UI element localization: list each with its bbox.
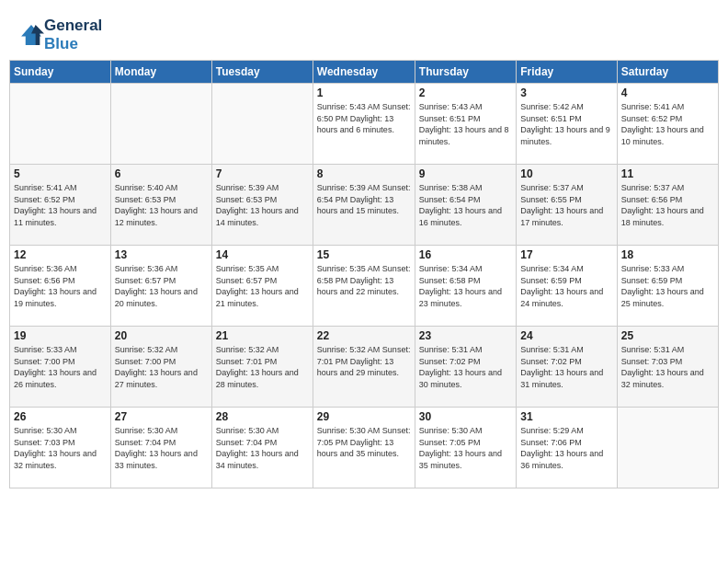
day-number: 11 xyxy=(621,167,714,180)
day-info: Sunrise: 5:30 AM Sunset: 7:03 PM Dayligh… xyxy=(14,425,107,471)
calendar-cell: 9Sunrise: 5:38 AM Sunset: 6:54 PM Daylig… xyxy=(415,165,516,246)
day-info: Sunrise: 5:29 AM Sunset: 7:06 PM Dayligh… xyxy=(520,425,612,471)
day-info: Sunrise: 5:39 AM Sunset: 6:53 PM Dayligh… xyxy=(216,182,309,228)
day-info: Sunrise: 5:36 AM Sunset: 6:56 PM Dayligh… xyxy=(14,263,107,309)
calendar-week-row: 5Sunrise: 5:41 AM Sunset: 6:52 PM Daylig… xyxy=(10,165,719,246)
day-number: 15 xyxy=(317,248,411,261)
calendar-cell: 28Sunrise: 5:30 AM Sunset: 7:04 PM Dayli… xyxy=(211,408,313,488)
day-info: Sunrise: 5:41 AM Sunset: 6:52 PM Dayligh… xyxy=(14,182,107,228)
day-number: 9 xyxy=(419,167,512,180)
day-number: 12 xyxy=(14,248,107,261)
calendar-table: SundayMondayTuesdayWednesdayThursdayFrid… xyxy=(9,60,719,488)
calendar-cell: 20Sunrise: 5:32 AM Sunset: 7:00 PM Dayli… xyxy=(110,327,211,408)
day-number: 3 xyxy=(520,86,612,99)
day-info: Sunrise: 5:30 AM Sunset: 7:04 PM Dayligh… xyxy=(216,425,309,471)
weekday-header: Monday xyxy=(110,61,211,84)
day-number: 10 xyxy=(520,167,612,180)
calendar-cell: 26Sunrise: 5:30 AM Sunset: 7:03 PM Dayli… xyxy=(10,408,111,488)
calendar-cell: 1Sunrise: 5:43 AM Sunset: 6:50 PM Daylig… xyxy=(313,84,415,165)
day-number: 4 xyxy=(621,86,714,99)
day-info: Sunrise: 5:33 AM Sunset: 6:59 PM Dayligh… xyxy=(621,263,714,309)
day-number: 19 xyxy=(14,329,107,342)
day-info: Sunrise: 5:35 AM Sunset: 6:57 PM Dayligh… xyxy=(216,263,309,309)
calendar-cell: 6Sunrise: 5:40 AM Sunset: 6:53 PM Daylig… xyxy=(110,165,211,246)
day-number: 18 xyxy=(621,248,714,261)
day-info: Sunrise: 5:41 AM Sunset: 6:52 PM Dayligh… xyxy=(621,101,714,147)
day-info: Sunrise: 5:43 AM Sunset: 6:50 PM Dayligh… xyxy=(317,101,411,136)
day-number: 21 xyxy=(216,329,309,342)
day-number: 17 xyxy=(520,248,612,261)
calendar-cell: 27Sunrise: 5:30 AM Sunset: 7:04 PM Dayli… xyxy=(110,408,211,488)
day-number: 28 xyxy=(216,410,309,423)
calendar-cell: 2Sunrise: 5:43 AM Sunset: 6:51 PM Daylig… xyxy=(415,84,516,165)
calendar-cell: 17Sunrise: 5:34 AM Sunset: 6:59 PM Dayli… xyxy=(517,246,617,327)
day-info: Sunrise: 5:42 AM Sunset: 6:51 PM Dayligh… xyxy=(520,101,612,147)
calendar-cell: 4Sunrise: 5:41 AM Sunset: 6:52 PM Daylig… xyxy=(617,84,718,165)
page-header: General Blue xyxy=(9,9,719,56)
day-info: Sunrise: 5:38 AM Sunset: 6:54 PM Dayligh… xyxy=(419,182,512,228)
day-number: 16 xyxy=(419,248,512,261)
calendar-cell: 18Sunrise: 5:33 AM Sunset: 6:59 PM Dayli… xyxy=(617,246,718,327)
day-info: Sunrise: 5:32 AM Sunset: 7:01 PM Dayligh… xyxy=(317,344,411,379)
day-number: 6 xyxy=(115,167,208,180)
calendar-cell: 23Sunrise: 5:31 AM Sunset: 7:02 PM Dayli… xyxy=(415,327,516,408)
day-info: Sunrise: 5:30 AM Sunset: 7:04 PM Dayligh… xyxy=(115,425,208,471)
weekday-header: Thursday xyxy=(415,61,516,84)
day-info: Sunrise: 5:43 AM Sunset: 6:51 PM Dayligh… xyxy=(419,101,512,147)
day-info: Sunrise: 5:36 AM Sunset: 6:57 PM Dayligh… xyxy=(115,263,208,309)
day-info: Sunrise: 5:39 AM Sunset: 6:54 PM Dayligh… xyxy=(317,182,411,217)
calendar-cell: 24Sunrise: 5:31 AM Sunset: 7:02 PM Dayli… xyxy=(517,327,617,408)
logo-text: General Blue xyxy=(44,17,102,52)
day-number: 23 xyxy=(419,329,512,342)
weekday-header: Saturday xyxy=(617,61,718,84)
calendar-cell: 10Sunrise: 5:37 AM Sunset: 6:55 PM Dayli… xyxy=(517,165,617,246)
calendar-week-row: 26Sunrise: 5:30 AM Sunset: 7:03 PM Dayli… xyxy=(10,408,719,488)
logo: General Blue xyxy=(18,17,102,52)
day-info: Sunrise: 5:31 AM Sunset: 7:02 PM Dayligh… xyxy=(520,344,612,390)
day-info: Sunrise: 5:30 AM Sunset: 7:05 PM Dayligh… xyxy=(317,425,411,460)
day-number: 7 xyxy=(216,167,309,180)
day-info: Sunrise: 5:34 AM Sunset: 6:58 PM Dayligh… xyxy=(419,263,512,309)
day-info: Sunrise: 5:35 AM Sunset: 6:58 PM Dayligh… xyxy=(317,263,411,298)
day-info: Sunrise: 5:33 AM Sunset: 7:00 PM Dayligh… xyxy=(14,344,107,390)
day-info: Sunrise: 5:32 AM Sunset: 7:01 PM Dayligh… xyxy=(216,344,309,390)
day-info: Sunrise: 5:32 AM Sunset: 7:00 PM Dayligh… xyxy=(115,344,208,390)
weekday-header: Tuesday xyxy=(211,61,313,84)
day-number: 26 xyxy=(14,410,107,423)
day-info: Sunrise: 5:31 AM Sunset: 7:03 PM Dayligh… xyxy=(621,344,714,390)
day-info: Sunrise: 5:37 AM Sunset: 6:55 PM Dayligh… xyxy=(520,182,612,228)
calendar-cell: 5Sunrise: 5:41 AM Sunset: 6:52 PM Daylig… xyxy=(10,165,111,246)
day-info: Sunrise: 5:30 AM Sunset: 7:05 PM Dayligh… xyxy=(419,425,512,471)
calendar-cell: 25Sunrise: 5:31 AM Sunset: 7:03 PM Dayli… xyxy=(617,327,718,408)
calendar-cell: 19Sunrise: 5:33 AM Sunset: 7:00 PM Dayli… xyxy=(10,327,111,408)
day-number: 22 xyxy=(317,329,411,342)
calendar-week-row: 1Sunrise: 5:43 AM Sunset: 6:50 PM Daylig… xyxy=(10,84,719,165)
calendar-cell xyxy=(10,84,111,165)
calendar-cell: 3Sunrise: 5:42 AM Sunset: 6:51 PM Daylig… xyxy=(517,84,617,165)
calendar-cell: 29Sunrise: 5:30 AM Sunset: 7:05 PM Dayli… xyxy=(313,408,415,488)
calendar-cell xyxy=(110,84,211,165)
day-number: 30 xyxy=(419,410,512,423)
calendar-cell: 12Sunrise: 5:36 AM Sunset: 6:56 PM Dayli… xyxy=(10,246,111,327)
calendar-week-row: 19Sunrise: 5:33 AM Sunset: 7:00 PM Dayli… xyxy=(10,327,719,408)
calendar-cell xyxy=(617,408,718,488)
calendar-cell: 13Sunrise: 5:36 AM Sunset: 6:57 PM Dayli… xyxy=(110,246,211,327)
day-number: 25 xyxy=(621,329,714,342)
calendar-header-row: SundayMondayTuesdayWednesdayThursdayFrid… xyxy=(10,61,719,84)
day-number: 29 xyxy=(317,410,411,423)
day-number: 13 xyxy=(115,248,208,261)
calendar-cell: 7Sunrise: 5:39 AM Sunset: 6:53 PM Daylig… xyxy=(211,165,313,246)
day-number: 27 xyxy=(115,410,208,423)
day-info: Sunrise: 5:40 AM Sunset: 6:53 PM Dayligh… xyxy=(115,182,208,228)
day-number: 14 xyxy=(216,248,309,261)
day-number: 24 xyxy=(520,329,612,342)
calendar-cell: 14Sunrise: 5:35 AM Sunset: 6:57 PM Dayli… xyxy=(211,246,313,327)
calendar-cell: 22Sunrise: 5:32 AM Sunset: 7:01 PM Dayli… xyxy=(313,327,415,408)
day-number: 5 xyxy=(14,167,107,180)
day-number: 20 xyxy=(115,329,208,342)
day-number: 2 xyxy=(419,86,512,99)
calendar-cell: 21Sunrise: 5:32 AM Sunset: 7:01 PM Dayli… xyxy=(211,327,313,408)
calendar-cell xyxy=(211,84,313,165)
day-info: Sunrise: 5:37 AM Sunset: 6:56 PM Dayligh… xyxy=(621,182,714,228)
calendar-cell: 15Sunrise: 5:35 AM Sunset: 6:58 PM Dayli… xyxy=(313,246,415,327)
